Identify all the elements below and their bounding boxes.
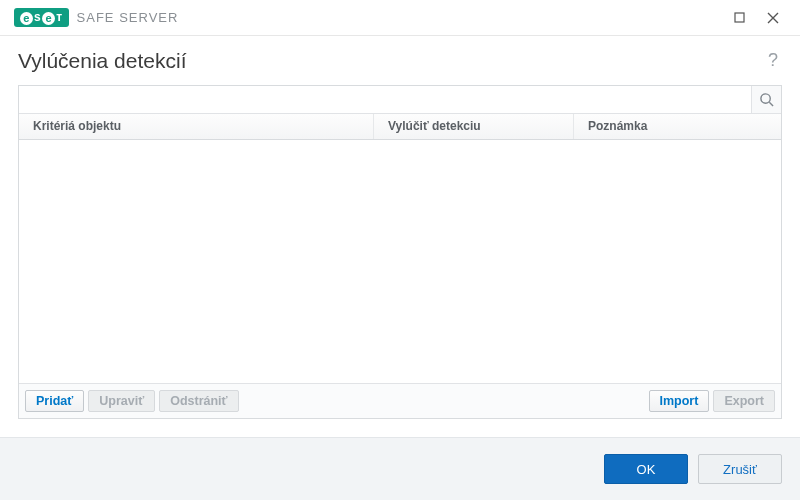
titlebar: eseт SAFE SERVER <box>0 0 800 36</box>
column-header-exclude-detection[interactable]: Vylúčiť detekciu <box>374 114 574 139</box>
export-button: Export <box>713 390 775 412</box>
edit-button: Upraviť <box>88 390 155 412</box>
footer: OK Zrušiť <box>0 437 800 500</box>
column-header-object-criteria[interactable]: Kritériá objektu <box>19 114 374 139</box>
table-body[interactable] <box>19 140 781 383</box>
table-header: Kritériá objektu Vylúčiť detekciu Poznám… <box>19 114 781 140</box>
window-close-button[interactable] <box>756 4 790 32</box>
svg-line-2 <box>769 102 773 106</box>
product-name: SAFE SERVER <box>77 10 179 25</box>
cancel-button[interactable]: Zrušiť <box>698 454 782 484</box>
exclusions-card: Kritériá objektu Vylúčiť detekciu Poznám… <box>18 85 782 419</box>
card-actions: Pridať Upraviť Odstrániť Import Export <box>19 383 781 418</box>
window-maximize-button[interactable] <box>722 4 756 32</box>
search-row <box>19 86 781 114</box>
svg-rect-0 <box>735 13 744 22</box>
import-button[interactable]: Import <box>649 390 710 412</box>
add-button[interactable]: Pridať <box>25 390 84 412</box>
page-title: Vylúčenia detekcií <box>18 49 186 73</box>
svg-point-1 <box>761 94 770 103</box>
brand-logo: eseт <box>14 8 69 26</box>
search-icon <box>759 92 774 107</box>
column-header-note[interactable]: Poznámka <box>574 114 781 139</box>
help-icon[interactable]: ? <box>764 46 782 75</box>
heading-row: Vylúčenia detekcií ? <box>0 36 800 85</box>
window: eseт SAFE SERVER Vylúčenia detekcií ? <box>0 0 800 500</box>
ok-button[interactable]: OK <box>604 454 688 484</box>
search-input[interactable] <box>19 86 751 113</box>
delete-button: Odstrániť <box>159 390 238 412</box>
search-button[interactable] <box>751 86 781 113</box>
